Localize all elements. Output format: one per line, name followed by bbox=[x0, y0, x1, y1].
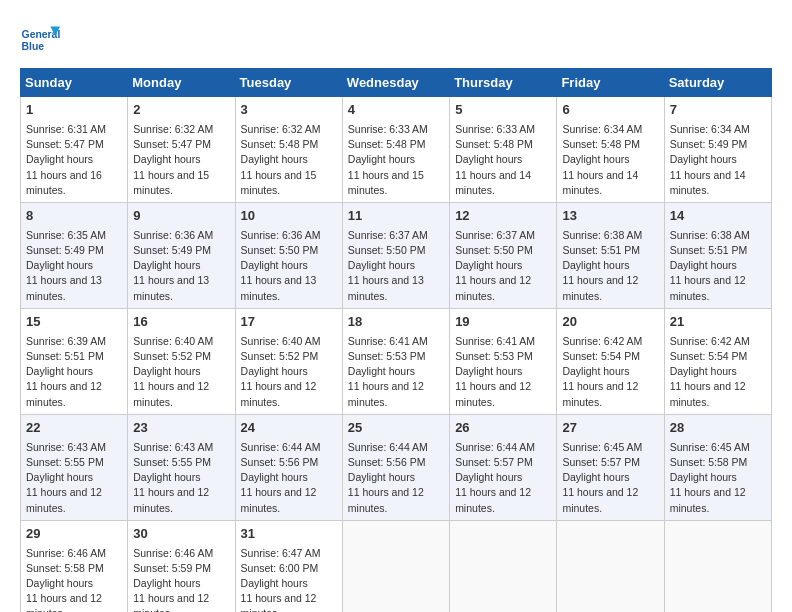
daylight-value: 11 hours and 12 minutes. bbox=[241, 486, 317, 513]
daylight-value: 11 hours and 12 minutes. bbox=[562, 380, 638, 407]
sunrise-text: Sunrise: 6:45 AM bbox=[562, 441, 642, 453]
sunrise-text: Sunrise: 6:47 AM bbox=[241, 547, 321, 559]
sunset-text: Sunset: 5:57 PM bbox=[562, 456, 640, 468]
sunrise-text: Sunrise: 6:34 AM bbox=[670, 123, 750, 135]
daylight-label: Daylight hours bbox=[133, 153, 200, 165]
sunset-text: Sunset: 5:56 PM bbox=[348, 456, 426, 468]
daylight-label: Daylight hours bbox=[348, 259, 415, 271]
day-number: 14 bbox=[670, 207, 766, 226]
sunset-text: Sunset: 5:50 PM bbox=[348, 244, 426, 256]
day-number: 5 bbox=[455, 101, 551, 120]
calendar-cell: 28Sunrise: 6:45 AMSunset: 5:58 PMDayligh… bbox=[664, 414, 771, 520]
daylight-label: Daylight hours bbox=[133, 259, 200, 271]
daylight-label: Daylight hours bbox=[26, 471, 93, 483]
daylight-label: Daylight hours bbox=[26, 577, 93, 589]
day-number: 2 bbox=[133, 101, 229, 120]
calendar-cell: 8Sunrise: 6:35 AMSunset: 5:49 PMDaylight… bbox=[21, 202, 128, 308]
daylight-value: 11 hours and 13 minutes. bbox=[348, 274, 424, 301]
daylight-label: Daylight hours bbox=[670, 365, 737, 377]
calendar-header-thursday: Thursday bbox=[450, 69, 557, 97]
sunset-text: Sunset: 5:50 PM bbox=[455, 244, 533, 256]
sunset-text: Sunset: 5:59 PM bbox=[133, 562, 211, 574]
sunrise-text: Sunrise: 6:46 AM bbox=[26, 547, 106, 559]
day-number: 10 bbox=[241, 207, 337, 226]
calendar-cell bbox=[557, 520, 664, 612]
day-number: 26 bbox=[455, 419, 551, 438]
daylight-label: Daylight hours bbox=[670, 259, 737, 271]
calendar-cell: 19Sunrise: 6:41 AMSunset: 5:53 PMDayligh… bbox=[450, 308, 557, 414]
sunrise-text: Sunrise: 6:41 AM bbox=[348, 335, 428, 347]
day-number: 23 bbox=[133, 419, 229, 438]
calendar-header-monday: Monday bbox=[128, 69, 235, 97]
day-number: 19 bbox=[455, 313, 551, 332]
daylight-value: 11 hours and 12 minutes. bbox=[26, 380, 102, 407]
sunrise-text: Sunrise: 6:38 AM bbox=[562, 229, 642, 241]
daylight-value: 11 hours and 12 minutes. bbox=[348, 380, 424, 407]
sunset-text: Sunset: 5:57 PM bbox=[455, 456, 533, 468]
sunset-text: Sunset: 5:51 PM bbox=[562, 244, 640, 256]
day-number: 8 bbox=[26, 207, 122, 226]
day-number: 20 bbox=[562, 313, 658, 332]
calendar-cell: 26Sunrise: 6:44 AMSunset: 5:57 PMDayligh… bbox=[450, 414, 557, 520]
calendar-cell: 13Sunrise: 6:38 AMSunset: 5:51 PMDayligh… bbox=[557, 202, 664, 308]
day-number: 18 bbox=[348, 313, 444, 332]
day-number: 1 bbox=[26, 101, 122, 120]
daylight-label: Daylight hours bbox=[26, 259, 93, 271]
daylight-label: Daylight hours bbox=[455, 153, 522, 165]
daylight-value: 11 hours and 16 minutes. bbox=[26, 169, 102, 196]
daylight-label: Daylight hours bbox=[455, 365, 522, 377]
sunrise-text: Sunrise: 6:36 AM bbox=[133, 229, 213, 241]
daylight-value: 11 hours and 15 minutes. bbox=[133, 169, 209, 196]
calendar-cell: 14Sunrise: 6:38 AMSunset: 5:51 PMDayligh… bbox=[664, 202, 771, 308]
calendar-week-row: 1Sunrise: 6:31 AMSunset: 5:47 PMDaylight… bbox=[21, 97, 772, 203]
sunrise-text: Sunrise: 6:38 AM bbox=[670, 229, 750, 241]
sunset-text: Sunset: 5:51 PM bbox=[26, 350, 104, 362]
sunset-text: Sunset: 5:52 PM bbox=[133, 350, 211, 362]
calendar-header-saturday: Saturday bbox=[664, 69, 771, 97]
day-number: 28 bbox=[670, 419, 766, 438]
day-number: 15 bbox=[26, 313, 122, 332]
daylight-label: Daylight hours bbox=[562, 153, 629, 165]
calendar-cell: 4Sunrise: 6:33 AMSunset: 5:48 PMDaylight… bbox=[342, 97, 449, 203]
daylight-value: 11 hours and 14 minutes. bbox=[670, 169, 746, 196]
daylight-value: 11 hours and 12 minutes. bbox=[348, 486, 424, 513]
calendar-cell: 15Sunrise: 6:39 AMSunset: 5:51 PMDayligh… bbox=[21, 308, 128, 414]
calendar-cell: 1Sunrise: 6:31 AMSunset: 5:47 PMDaylight… bbox=[21, 97, 128, 203]
daylight-label: Daylight hours bbox=[133, 577, 200, 589]
day-number: 31 bbox=[241, 525, 337, 544]
sunrise-text: Sunrise: 6:35 AM bbox=[26, 229, 106, 241]
day-number: 13 bbox=[562, 207, 658, 226]
sunrise-text: Sunrise: 6:32 AM bbox=[133, 123, 213, 135]
sunset-text: Sunset: 5:52 PM bbox=[241, 350, 319, 362]
daylight-value: 11 hours and 12 minutes. bbox=[455, 380, 531, 407]
calendar-header-sunday: Sunday bbox=[21, 69, 128, 97]
sunset-text: Sunset: 5:48 PM bbox=[562, 138, 640, 150]
sunrise-text: Sunrise: 6:31 AM bbox=[26, 123, 106, 135]
sunset-text: Sunset: 5:47 PM bbox=[26, 138, 104, 150]
calendar-cell bbox=[342, 520, 449, 612]
page-header: General Blue bbox=[20, 20, 772, 60]
sunset-text: Sunset: 6:00 PM bbox=[241, 562, 319, 574]
sunrise-text: Sunrise: 6:44 AM bbox=[348, 441, 428, 453]
daylight-value: 11 hours and 12 minutes. bbox=[670, 274, 746, 301]
daylight-value: 11 hours and 12 minutes. bbox=[455, 274, 531, 301]
logo: General Blue bbox=[20, 20, 64, 60]
calendar-cell: 3Sunrise: 6:32 AMSunset: 5:48 PMDaylight… bbox=[235, 97, 342, 203]
day-number: 17 bbox=[241, 313, 337, 332]
calendar-cell: 18Sunrise: 6:41 AMSunset: 5:53 PMDayligh… bbox=[342, 308, 449, 414]
daylight-value: 11 hours and 14 minutes. bbox=[562, 169, 638, 196]
sunset-text: Sunset: 5:58 PM bbox=[670, 456, 748, 468]
daylight-label: Daylight hours bbox=[241, 577, 308, 589]
calendar-header-friday: Friday bbox=[557, 69, 664, 97]
daylight-value: 11 hours and 15 minutes. bbox=[241, 169, 317, 196]
sunset-text: Sunset: 5:49 PM bbox=[133, 244, 211, 256]
sunrise-text: Sunrise: 6:44 AM bbox=[455, 441, 535, 453]
calendar-week-row: 29Sunrise: 6:46 AMSunset: 5:58 PMDayligh… bbox=[21, 520, 772, 612]
calendar-cell: 12Sunrise: 6:37 AMSunset: 5:50 PMDayligh… bbox=[450, 202, 557, 308]
calendar-week-row: 15Sunrise: 6:39 AMSunset: 5:51 PMDayligh… bbox=[21, 308, 772, 414]
daylight-value: 11 hours and 12 minutes. bbox=[241, 380, 317, 407]
sunrise-text: Sunrise: 6:43 AM bbox=[26, 441, 106, 453]
daylight-value: 11 hours and 12 minutes. bbox=[133, 486, 209, 513]
daylight-label: Daylight hours bbox=[455, 259, 522, 271]
daylight-label: Daylight hours bbox=[241, 471, 308, 483]
